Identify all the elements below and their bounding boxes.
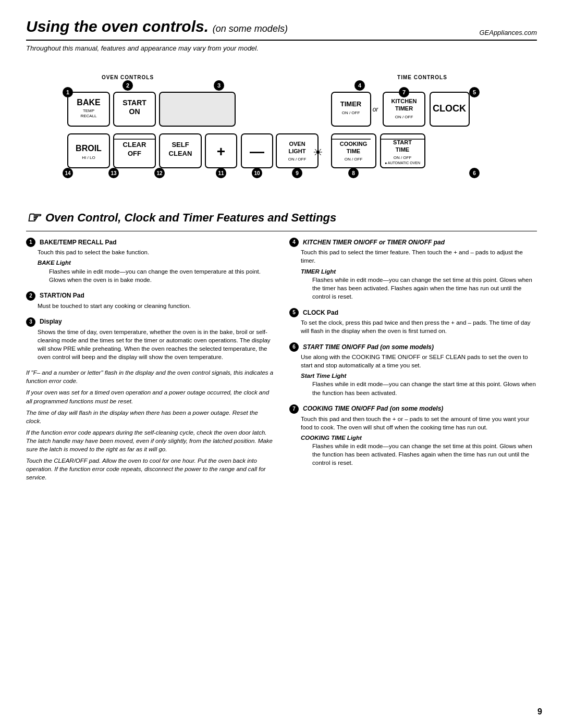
start-time-label2: TIME	[396, 146, 409, 153]
feature-4-sub: TIMER Light Flashes while in edit mode—y…	[301, 267, 537, 301]
feature-1-sub-text: Flashes while in edit mode—you can chang…	[49, 267, 274, 284]
italic-block-3: The time of day will flash in the displa…	[26, 409, 274, 425]
self-label: SELF	[172, 141, 189, 149]
italic-block-5: Touch the CLEAR/OFF pad. Allow the oven …	[26, 456, 274, 482]
num-3: 3	[217, 82, 221, 89]
bake-sub2: RECALL	[80, 114, 97, 118]
feature-1-sub-title: BAKE Light	[38, 258, 274, 267]
num-1: 1	[66, 89, 69, 95]
feature-3-text: Shows the time of day, oven temperature,…	[38, 328, 274, 361]
feature-2-title: 2 START/ON Pad	[26, 291, 274, 301]
page-header: Using the oven controls. (on some models…	[26, 16, 537, 41]
feature-7-text: Touch this pad and then touch the + or –…	[301, 415, 537, 431]
feature-5-num: 5	[289, 308, 299, 317]
timer-button	[332, 92, 371, 126]
italic-block-1: If "F– and a number or letter" flash in …	[26, 368, 274, 385]
broil-sub: HI / LO	[82, 155, 95, 160]
feature-2-num: 2	[26, 291, 35, 301]
kitchen-label: KITCHEN	[391, 98, 417, 104]
website-link: GEAppliances.com	[479, 28, 537, 38]
feature-6-text: Use along with the COOKING TIME ON/OFF o…	[301, 353, 537, 369]
feature-4-text: Touch this pad to select the timer featu…	[301, 248, 537, 265]
num-9: 9	[296, 170, 299, 176]
feature-5: 5 CLOCK Pad To set the clock, press this…	[289, 308, 537, 335]
feature-7-sub: COOKING TIME Light Flashes while in edit…	[301, 434, 537, 467]
num-7: 7	[402, 89, 406, 95]
oven-light-sub: ON / OFF	[288, 157, 307, 162]
timer-sub: ON / OFF	[342, 110, 360, 115]
start-time-sub2: ● AUTOMATIC OVEN	[385, 161, 420, 165]
num-12: 12	[156, 170, 163, 176]
num-6: 6	[473, 170, 476, 176]
feature-7-sub-title: COOKING TIME Light	[301, 434, 537, 442]
num-14: 14	[65, 170, 71, 176]
feature-5-text: To set the clock, press this pad twice a…	[301, 318, 537, 335]
feature-4-title-text: KITCHEN TIMER ON/OFF or TIMER ON/OFF pad	[303, 238, 445, 247]
feature-7-num: 7	[289, 404, 299, 414]
num-4: 4	[358, 82, 362, 89]
right-column: 4 KITCHEN TIMER ON/OFF or TIMER ON/OFF p…	[289, 238, 537, 485]
feature-2: 2 START/ON Pad Must be touched to start …	[26, 291, 274, 310]
feature-3-title-text: Display	[40, 317, 62, 326]
feature-4: 4 KITCHEN TIMER ON/OFF or TIMER ON/OFF p…	[289, 238, 537, 301]
feature-6-sub-title: Start Time Light	[301, 372, 537, 380]
feature-4-sub-title: TIMER Light	[301, 267, 537, 276]
kitchen-timer-label: TIMER	[395, 105, 413, 112]
feature-1-num: 1	[26, 238, 35, 247]
feature-6-num: 6	[289, 342, 299, 352]
cooking-label: COOKING	[340, 141, 368, 147]
feature-6-sub-text: Flashes while in edit mode—you can chang…	[312, 380, 537, 397]
oven-controls-label: OVEN CONTROLS	[102, 75, 154, 80]
feature-7-sub-text: Flashes while in edit mode—you can chang…	[312, 442, 537, 467]
clear-label: CLEAR	[123, 141, 146, 149]
left-column: 1 BAKE/TEMP RECALL Pad Touch this pad to…	[26, 238, 274, 485]
lightbulb-icon: ☀	[313, 146, 323, 159]
feature-7: 7 COOKING TIME ON/OFF Pad (on some model…	[289, 404, 537, 467]
feature-6-sub: Start Time Light Flashes while in edit m…	[301, 372, 537, 397]
subtitle-line: Throughout this manual, features and app…	[26, 44, 537, 53]
feature-6-title-text: START TIME ON/OFF Pad (on some models)	[303, 343, 434, 352]
title-main: Using the oven controls.	[26, 18, 209, 35]
start-label: START	[123, 98, 146, 107]
bake-sub1: TEMP	[83, 108, 94, 113]
feature-1-sub: BAKE Light Flashes while in edit mode—yo…	[38, 258, 274, 283]
light-label: LIGHT	[289, 148, 306, 154]
oven-label: OVEN	[289, 141, 305, 147]
feature-2-title-text: START/ON Pad	[40, 291, 84, 300]
oven-diagram: OVEN CONTROLS TIME CONTROLS 2 3 4 BAKE T…	[26, 64, 537, 199]
clock-label: CLOCK	[433, 103, 466, 114]
feature-1-title: 1 BAKE/TEMP RECALL Pad	[26, 238, 274, 247]
minus-label: —	[250, 143, 264, 159]
clean-label: CLEAN	[169, 150, 192, 157]
feature-7-title-text: COOKING TIME ON/OFF Pad (on some models)	[303, 404, 443, 413]
feature-1: 1 BAKE/TEMP RECALL Pad Touch this pad to…	[26, 238, 274, 283]
feature-7-title: 7 COOKING TIME ON/OFF Pad (on some model…	[289, 404, 537, 414]
num-11: 11	[218, 170, 224, 176]
feature-4-num: 4	[289, 238, 299, 247]
num-5: 5	[473, 89, 476, 95]
feature-5-title-text: CLOCK Pad	[303, 309, 338, 317]
start-time-sub1: ON / OFF	[394, 155, 412, 160]
feature-1-title-text: BAKE/TEMP RECALL Pad	[40, 238, 117, 247]
num-10: 10	[254, 170, 260, 176]
feature-2-text: Must be touched to start any cooking or …	[38, 302, 274, 310]
plus-label: +	[217, 143, 225, 159]
feature-4-title: 4 KITCHEN TIMER ON/OFF or TIMER ON/OFF p…	[289, 238, 537, 247]
italic-block-2: If your oven was set for a timed oven op…	[26, 388, 274, 405]
feature-3-num: 3	[26, 317, 35, 327]
page-number: 9	[537, 706, 542, 718]
section-title-text: Oven Control, Clock and Timer Features a…	[45, 210, 336, 226]
off-label: OFF	[128, 150, 141, 157]
or-text1: or	[373, 106, 379, 113]
broil-label: BROIL	[76, 144, 102, 153]
feature-4-sub-text: Flashes while in edit mode—you can chang…	[312, 276, 537, 301]
feature-3: 3 Display Shows the time of day, oven te…	[26, 317, 274, 361]
time-controls-label: TIME CONTROLS	[397, 75, 447, 80]
on-label: ON	[129, 107, 140, 116]
cooking-time-sub: ON / OFF	[345, 157, 363, 162]
num-2: 2	[126, 82, 129, 89]
section-title: ☞ Oven Control, Clock and Timer Features…	[26, 207, 537, 231]
start-time-label1: START	[393, 139, 412, 145]
bake-label: BAKE	[77, 98, 101, 107]
feature-3-title: 3 Display	[26, 317, 274, 327]
